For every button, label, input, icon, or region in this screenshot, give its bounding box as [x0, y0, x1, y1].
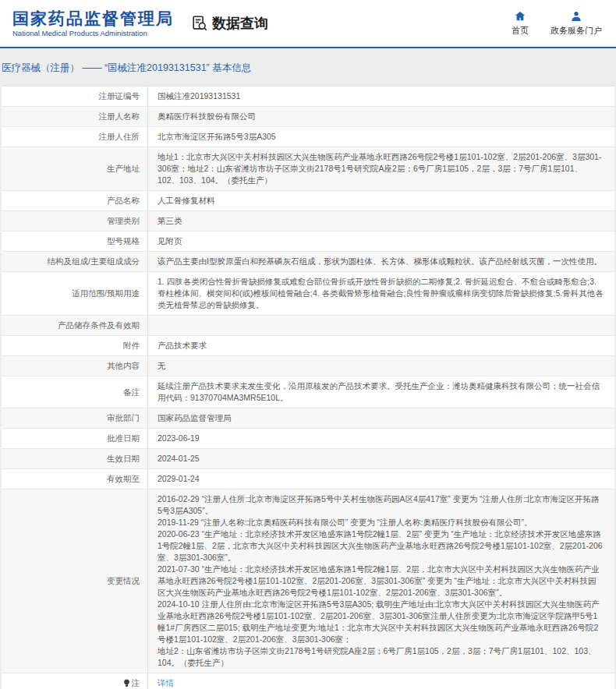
row-label-text: 注 — [132, 677, 140, 689]
table-row: 注册人住所 北京市海淀区开拓路5号3层A305 — [2, 127, 614, 147]
logo-title: 国家药品监督管理局 — [12, 9, 174, 28]
row-value-text: 无 — [158, 360, 166, 372]
header-nav: 首页 政务服务门户 — [512, 10, 602, 37]
row-value: 2029-01-24 — [147, 469, 614, 489]
row-label: 注 — [2, 673, 147, 689]
row-label: 管理类别 — [2, 211, 147, 231]
table-row: 注册证编号 国械注准20193131531 — [2, 87, 614, 107]
row-value-text: 延续注册产品技术要求未发生变化，沿用原核发的产品技术要求。受托生产企业：潍坊奥精… — [158, 380, 604, 404]
details-link[interactable]: 详情 — [158, 677, 174, 689]
app-title: 数据查询 — [191, 14, 268, 33]
row-value-text: 见附页 — [158, 235, 182, 247]
row-label: 批准日期 — [2, 429, 147, 448]
nav-item-label: 政务服务门户 — [551, 25, 602, 37]
row-value-text: 人工骨修复材料 — [158, 195, 215, 207]
row-label: 注册证编号 — [2, 87, 147, 106]
table-row: 其他内容 无 — [2, 356, 614, 376]
row-value: 1. 四肢各类闭合性骨折骨缺损修复或难愈合部位骨折或开放性骨折缺损的二期修复;2… — [147, 272, 614, 315]
row-value-text: 国家药品监督管理局 — [158, 412, 232, 424]
row-value-text: 第三类 — [158, 215, 182, 227]
table-row: 批准日期 2023-06-19 — [2, 429, 614, 449]
row-label: 产品名称 — [2, 191, 147, 210]
table-row: 注册人名称 奥精医疗科技股份有限公司 — [2, 107, 614, 127]
row-value: 延续注册产品技术要求未发生变化，沿用原核发的产品技术要求。受托生产企业：潍坊奥精… — [147, 376, 614, 408]
row-value-text: 该产品主要由Ⅰ型胶原蛋白和羟基磷灰石组成，形状为圆柱体、长方体、梯形体或颗粒状。… — [158, 256, 602, 267]
row-label: 型号规格 — [2, 231, 147, 251]
row-value — [147, 316, 614, 335]
row-value-text: 2024-01-25 — [158, 453, 200, 465]
row-value-text: 奥精医疗科技股份有限公司 — [158, 111, 256, 122]
page-header: 国家药品监督管理局 National Medical Products Admi… — [0, 0, 616, 48]
nav-item-home[interactable]: 首页 — [512, 10, 529, 37]
row-label: 注册人住所 — [2, 127, 147, 147]
table-row: 有效期至 2029-01-24 — [2, 469, 614, 489]
home-icon — [514, 10, 526, 23]
row-value: 第三类 — [147, 211, 614, 231]
row-label: 变更情况 — [2, 489, 147, 673]
row-value-text: 国械注准20193131531 — [158, 90, 240, 102]
table-row-change-history: 变更情况 2016-02-29 “注册人住所:北京市海淀区开拓路5号中关村生物医… — [2, 489, 614, 673]
table-row: 管理类别 第三类 — [2, 211, 614, 231]
table-row: 型号规格 见附页 — [2, 231, 614, 252]
user-icon — [570, 10, 582, 23]
table-row: 审批部门 国家药品监督管理局 — [2, 408, 614, 429]
table-row: 适用范围/预期用途 1. 四肢各类闭合性骨折骨缺损修复或难愈合部位骨折或开放性骨… — [2, 272, 614, 316]
row-label: 附件 — [2, 336, 147, 355]
table-row-note: 注 详情 — [2, 673, 614, 689]
row-value-text: 2023-06-19 — [158, 433, 200, 444]
row-label: 有效期至 — [2, 469, 147, 489]
row-value: 国家药品监督管理局 — [147, 408, 614, 428]
row-label: 生效日期 — [2, 449, 147, 468]
bulb-icon — [123, 679, 130, 687]
row-value-text: 地址1：北京市大兴区中关村科技园区大兴生物医药产业基地永旺西路26号院2号楼1层… — [158, 151, 604, 186]
change-history-text: 2016-02-29 “注册人住所:北京市海淀区开拓路5号中关村生物医药园A区4… — [158, 493, 604, 669]
table-row: 产品储存条件及有效期 — [2, 316, 614, 336]
row-value: 2023-06-19 — [147, 429, 614, 448]
registration-info-table: 注册证编号 国械注准20193131531 注册人名称 奥精医疗科技股份有限公司… — [2, 86, 614, 689]
row-value: 人工骨修复材料 — [147, 191, 614, 210]
table-row: 产品名称 人工骨修复材料 — [2, 191, 614, 211]
breadcrumb: 医疗器械（注册） —— “国械注准20193131531” 基本信息 — [0, 48, 616, 86]
row-label: 产品储存条件及有效期 — [2, 316, 147, 335]
row-label: 注册人名称 — [2, 107, 147, 126]
table-row: 生产地址 地址1：北京市大兴区中关村科技园区大兴生物医药产业基地永旺西路26号院… — [2, 147, 614, 191]
row-value: 见附页 — [147, 231, 614, 251]
row-label: 备注 — [2, 376, 147, 408]
row-value: 产品技术要求 — [147, 336, 614, 355]
table-row: 备注 延续注册产品技术要求未发生变化，沿用原核发的产品技术要求。受托生产企业：潍… — [2, 376, 614, 408]
row-label: 适用范围/预期用途 — [2, 272, 147, 315]
row-value-text: 产品技术要求 — [158, 340, 207, 352]
nav-item-portal[interactable]: 政务服务门户 — [551, 10, 602, 37]
table-row: 结构及组成/主要组成成分 该产品主要由Ⅰ型胶原蛋白和羟基磷灰石组成，形状为圆柱体… — [2, 252, 614, 272]
row-label: 审批部门 — [2, 408, 147, 428]
logo-subtitle: National Medical Products Administration — [12, 29, 174, 37]
row-value-text: 北京市海淀区开拓路5号3层A305 — [158, 131, 276, 143]
row-value-text: 2029-01-24 — [158, 473, 200, 485]
row-value-text: 1. 四肢各类闭合性骨折骨缺损修复或难愈合部位骨折或开放性骨折缺损的二期修复;2… — [158, 276, 604, 311]
row-label: 结构及组成/主要组成成分 — [2, 252, 147, 271]
nav-item-label: 首页 — [512, 25, 529, 37]
row-value: 2016-02-29 “注册人住所:北京市海淀区开拓路5号中关村生物医药园A区4… — [147, 489, 614, 673]
row-value: 北京市海淀区开拓路5号3层A305 — [147, 127, 614, 147]
table-row: 附件 产品技术要求 — [2, 336, 614, 356]
row-value: 地址1：北京市大兴区中关村科技园区大兴生物医药产业基地永旺西路26号院2号楼1层… — [147, 147, 614, 190]
table-row: 生效日期 2024-01-25 — [2, 449, 614, 469]
row-value: 无 — [147, 356, 614, 376]
row-value: 该产品主要由Ⅰ型胶原蛋白和羟基磷灰石组成，形状为圆柱体、长方体、梯形体或颗粒状。… — [147, 252, 614, 271]
nmpa-logo: 国家药品监督管理局 National Medical Products Admi… — [12, 9, 174, 37]
document-search-icon — [191, 15, 208, 32]
app-title-label: 数据查询 — [212, 14, 268, 33]
row-label: 生产地址 — [2, 147, 147, 190]
row-value: 2024-01-25 — [147, 449, 614, 468]
row-value: 国械注准20193131531 — [147, 87, 614, 106]
row-value: 详情 — [147, 673, 614, 689]
row-value: 奥精医疗科技股份有限公司 — [147, 107, 614, 126]
row-label: 其他内容 — [2, 356, 147, 376]
